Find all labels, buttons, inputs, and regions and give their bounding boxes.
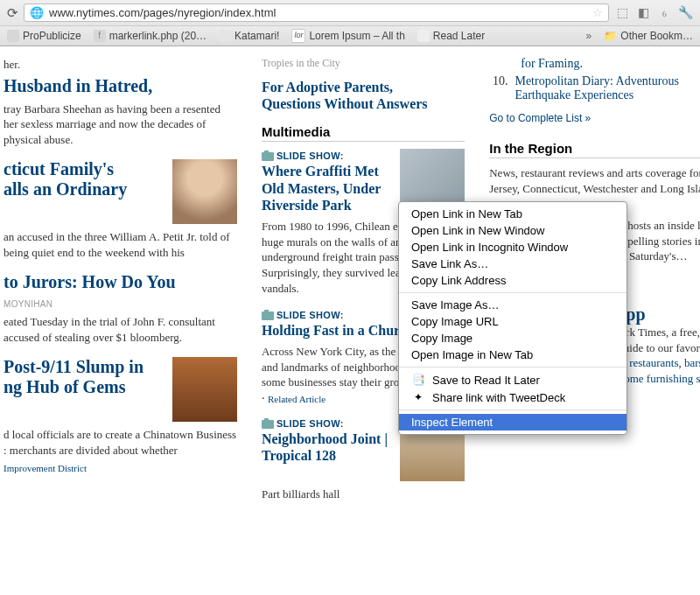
byline: MOYNIHAN	[4, 299, 237, 309]
camera-icon	[262, 312, 274, 320]
summary-text: an accused in the three William A. Petit…	[4, 229, 237, 260]
menu-separator	[399, 367, 626, 368]
menu-separator	[399, 292, 626, 293]
summary-text: eated Tuesday in the trial of John F. co…	[4, 314, 237, 345]
url-bar[interactable]: 🌐 www.nytimes.com/pages/nyregion/index.h…	[24, 4, 609, 22]
slideshow-label: SLIDE SHOW:	[276, 310, 344, 320]
reload-button[interactable]: ⟳	[7, 5, 18, 21]
menu-copy-link-address[interactable]: Copy Link Address	[399, 272, 626, 289]
complete-list-link[interactable]: Go to Complete List »	[489, 112, 591, 124]
bookmark-star-icon[interactable]: ☆	[592, 6, 603, 19]
menu-inspect-element[interactable]: Inspect Element	[399, 414, 626, 430]
tweetdeck-icon: ✦	[411, 390, 425, 404]
menu-open-new-window[interactable]: Open Link in New Window	[399, 222, 626, 239]
menu-open-new-tab[interactable]: Open Link in New Tab	[399, 206, 626, 222]
menu-copy-image-url[interactable]: Copy Image URL	[399, 313, 626, 330]
readlater-icon: 📑	[411, 373, 425, 387]
bookmark-katamari[interactable]: Katamari!	[219, 30, 279, 42]
menu-open-incognito[interactable]: Open Link in Incognito Window	[399, 239, 626, 256]
browser-window: ⟳ 🌐 www.nytimes.com/pages/nyregion/index…	[0, 0, 700, 595]
menu-save-link-as[interactable]: Save Link As…	[399, 256, 626, 272]
link-home-furnishing[interactable]: home furnishing stores	[619, 372, 700, 385]
story-block: cticut Family'salls an Ordinary	[4, 159, 237, 224]
link-bars[interactable]: bars	[684, 356, 700, 369]
slideshow-graffiti[interactable]: Where Graffiti Met Old Masters, Under Ri…	[262, 164, 381, 212]
bookmark-readlater[interactable]: Read Later	[417, 30, 485, 42]
faded-text: Tropies in the City	[262, 57, 465, 70]
menu-open-image-new-tab[interactable]: Open Image in New Tab	[399, 346, 626, 363]
headline-family[interactable]: cticut Family'salls an Ordinary	[4, 159, 127, 199]
section-region: In the Region	[489, 141, 700, 158]
summary-text: d local officials are to create a Chinat…	[4, 427, 237, 458]
overflow-chevron-icon[interactable]: »	[586, 30, 592, 42]
headline-adoptive[interactable]: For Adoptive Parents,Questions Without A…	[262, 80, 428, 111]
menu-read-it-later[interactable]: 📑Save to Read It Later	[399, 371, 626, 388]
camera-icon	[262, 152, 274, 161]
left-column: her. Husband in Hatred, tray Barbara She…	[0, 57, 241, 586]
bookmark-propublicize[interactable]: ProPublicize	[7, 30, 81, 42]
headline-gems[interactable]: Post-9/11 Slump inng Hub of Gems	[4, 357, 144, 396]
doc-icon: f	[94, 30, 106, 42]
list-item-9[interactable]: for Framing.	[521, 57, 583, 70]
doc-icon	[7, 30, 19, 42]
story-block: Post-9/11 Slump inng Hub of Gems	[4, 357, 237, 422]
site-icon	[417, 30, 430, 42]
link-restaurants[interactable]: restaurants	[629, 356, 678, 369]
bookmark-lorem[interactable]: lorLorem Ipsum – All th	[291, 29, 404, 43]
menu-copy-image[interactable]: Copy Image	[399, 330, 626, 346]
other-bookmarks[interactable]: 📁Other Bookm…	[604, 30, 693, 42]
slideshow-label: SLIDE SHOW:	[276, 150, 344, 161]
dropbox-icon[interactable]: ⬚	[614, 5, 630, 21]
story-thumbnail[interactable]	[172, 159, 237, 224]
headline-husband[interactable]: Husband in Hatred,	[4, 76, 152, 95]
menu-tweetdeck[interactable]: ✦Share link with TweetDeck	[399, 388, 626, 406]
context-menu: Open Link in New Tab Open Link in New Wi…	[398, 201, 627, 435]
toolbar: ⟳ 🌐 www.nytimes.com/pages/nyregion/index…	[0, 0, 700, 25]
headline-jurors[interactable]: to Jurors: How Do You	[4, 272, 176, 291]
related-article-link[interactable]: Related Article	[268, 394, 326, 404]
story-thumbnail[interactable]	[172, 357, 237, 422]
camera-icon	[262, 420, 274, 429]
browser-chrome: ⟳ 🌐 www.nytimes.com/pages/nyregion/index…	[0, 0, 700, 46]
url-text: www.nytimes.com/pages/nyregion/index.htm…	[49, 6, 276, 19]
menu-save-image-as[interactable]: Save Image As…	[399, 297, 626, 313]
slideshow-tropical[interactable]: Neighborhood Joint | Tropical 128	[262, 431, 388, 463]
slideshow-label: SLIDE SHOW:	[276, 418, 344, 429]
text-fragment: her.	[4, 57, 237, 73]
section-multimedia: Multimedia	[262, 124, 465, 142]
list-item-10[interactable]: Metropolitan Diary: Adventurous Earthqua…	[514, 74, 700, 102]
related-link[interactable]: Improvement District	[4, 463, 87, 473]
region-description: News, restaurant reviews and arts covera…	[489, 165, 700, 196]
list-number: 10.	[489, 74, 508, 102]
site-icon: lor	[291, 29, 305, 43]
stumble-icon[interactable]: ỽ	[656, 5, 672, 21]
bookmarks-bar: ProPublicize fmarkerlink.php (20… Katama…	[0, 25, 700, 46]
site-icon	[219, 30, 231, 42]
bookmark-markerlink[interactable]: fmarkerlink.php (20…	[94, 30, 206, 42]
summary-text: Part billiards hall	[262, 486, 465, 502]
folder-icon: 📁	[604, 30, 617, 42]
summary-text: tray Barbara Sheehan as having been a re…	[4, 102, 237, 148]
wrench-icon[interactable]: 🔧	[677, 5, 693, 21]
menu-separator	[399, 410, 626, 410]
extension-icon[interactable]: ◧	[635, 5, 651, 21]
globe-icon: 🌐	[30, 6, 44, 19]
